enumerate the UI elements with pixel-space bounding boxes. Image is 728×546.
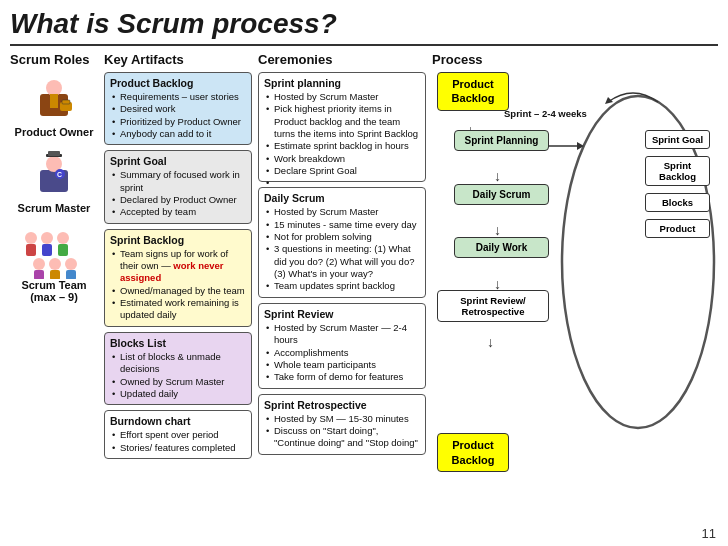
svg-rect-22 bbox=[66, 270, 76, 279]
svg-text:C: C bbox=[57, 171, 62, 178]
sprint-backlog-right: Sprint Backlog bbox=[645, 156, 710, 186]
sprint-planning-box: Sprint Planning bbox=[454, 130, 549, 151]
artifact-sprint-goal-title: Sprint Goal bbox=[110, 155, 246, 167]
ceremony-sprint-retrospective-list: Hosted by SM — 15-30 minutes Discuss on … bbox=[264, 413, 420, 450]
list-item: Prioritized by Product Owner bbox=[112, 116, 246, 128]
list-item: 15 minutes - same time every day bbox=[266, 219, 420, 231]
artifacts-header: Key Artifacts bbox=[104, 52, 252, 67]
ceremony-sprint-review-title: Sprint Review bbox=[264, 308, 420, 320]
page: What is Scrum process? Scrum Roles Prod bbox=[0, 0, 728, 546]
arrow-sr-to-pb: ↓ bbox=[487, 334, 494, 350]
sprint-weeks-label: Sprint – 2-4 weeks bbox=[504, 108, 587, 119]
col-roles: Scrum Roles Product Owner bbox=[10, 52, 98, 313]
svg-rect-20 bbox=[50, 270, 60, 279]
col-process: Process ProductBacklog ↓ Sprint – 2-4 we… bbox=[432, 52, 718, 492]
svg-point-17 bbox=[33, 258, 45, 270]
ceremonies-header: Ceremonies bbox=[258, 52, 426, 67]
list-item: Anybody can add to it bbox=[112, 128, 246, 140]
arrow-ds-to-dw: ↓ bbox=[494, 222, 501, 238]
oval-top-arrow bbox=[603, 82, 663, 107]
artifact-product-backlog-list: Requirements – user stories Desired work… bbox=[110, 91, 246, 140]
svg-rect-4 bbox=[62, 100, 70, 104]
process-header: Process bbox=[432, 52, 718, 67]
list-item: Requirements – user stories bbox=[112, 91, 246, 103]
list-item: Hosted by SM — 15-30 minutes bbox=[266, 413, 420, 425]
list-item: Summary of focused work in sprint bbox=[112, 169, 246, 194]
svg-point-21 bbox=[65, 258, 77, 270]
list-item: List of blocks & unmade decisions bbox=[112, 351, 246, 376]
artifact-burndown-chart-list: Effort spent over period Stories/ featur… bbox=[110, 429, 246, 454]
ceremony-sprint-planning: Sprint planning Hosted by Scrum Master P… bbox=[258, 72, 426, 182]
columns-wrapper: Scrum Roles Product Owner bbox=[10, 52, 718, 492]
sprint-goal-right: Sprint Goal bbox=[645, 130, 710, 149]
scrum-team-icon bbox=[19, 224, 89, 279]
ceremony-daily-scrum: Daily Scrum Hosted by Scrum Master 15 mi… bbox=[258, 187, 426, 297]
ceremony-sprint-review-list: Hosted by Scrum Master — 2-4 hours Accom… bbox=[264, 322, 420, 384]
svg-rect-18 bbox=[34, 270, 44, 279]
list-item: Estimated work remaining is updated dail… bbox=[112, 297, 246, 322]
svg-marker-25 bbox=[577, 142, 584, 150]
blocks-right: Blocks bbox=[645, 193, 710, 212]
list-item: Declare Sprint Goal bbox=[266, 165, 420, 177]
role-scrum-team: Scrum Team(max – 9) bbox=[10, 224, 98, 303]
ceremony-daily-scrum-list: Hosted by Scrum Master 15 minutes - same… bbox=[264, 206, 420, 292]
svg-rect-14 bbox=[42, 244, 52, 256]
ceremony-sprint-planning-title: Sprint planning bbox=[264, 77, 420, 89]
product-owner-label: Product Owner bbox=[15, 126, 94, 138]
arrow-sp-to-sg bbox=[549, 140, 584, 152]
list-item: 3 questions in meeting: (1) What did you… bbox=[266, 243, 420, 280]
svg-point-11 bbox=[25, 232, 37, 244]
artifact-sprint-backlog-title: Sprint Backlog bbox=[110, 234, 246, 246]
artifact-sprint-backlog: Sprint Backlog Team signs up for work of… bbox=[104, 229, 252, 327]
daily-scrum-box: Daily Scrum bbox=[454, 184, 549, 205]
role-scrum-master: C Scrum Master bbox=[10, 148, 98, 214]
product-owner-icon bbox=[28, 72, 80, 124]
ceremony-sprint-planning-list: Hosted by Scrum Master Pick highest prio… bbox=[264, 91, 420, 177]
page-title: What is Scrum process? bbox=[10, 8, 718, 46]
artifact-burndown-chart: Burndown chart Effort spent over period … bbox=[104, 410, 252, 459]
list-item: Hosted by Scrum Master bbox=[266, 91, 420, 103]
list-item: Pick highest priority items in Product b… bbox=[266, 103, 420, 140]
list-item: Hosted by Scrum Master bbox=[266, 206, 420, 218]
svg-rect-12 bbox=[26, 244, 36, 256]
col-artifacts: Key Artifacts Product Backlog Requiremen… bbox=[104, 52, 252, 464]
svg-marker-26 bbox=[605, 97, 613, 104]
ceremony-daily-scrum-title: Daily Scrum bbox=[264, 192, 420, 204]
daily-work-box: Daily Work bbox=[454, 237, 549, 258]
artifact-blocks-list-list: List of blocks & unmade decisions Owned … bbox=[110, 351, 246, 400]
list-item: Take form of demo for features bbox=[266, 371, 420, 383]
artifact-burndown-chart-title: Burndown chart bbox=[110, 415, 246, 427]
svg-rect-2 bbox=[50, 94, 58, 108]
list-item: Hosted by Scrum Master — 2-4 hours bbox=[266, 322, 420, 347]
scrum-master-label: Scrum Master bbox=[18, 202, 91, 214]
right-process-items: Sprint Goal Sprint Backlog Blocks Produc… bbox=[645, 130, 710, 238]
svg-rect-8 bbox=[48, 151, 60, 156]
list-item: Team updates sprint backlog bbox=[266, 280, 420, 292]
svg-point-15 bbox=[57, 232, 69, 244]
scrum-master-icon: C bbox=[28, 148, 80, 200]
list-item: Stories/ features completed bbox=[112, 442, 246, 454]
artifact-product-backlog: Product Backlog Requirements – user stor… bbox=[104, 72, 252, 145]
list-item: Updated daily bbox=[112, 388, 246, 400]
ceremony-sprint-retrospective: Sprint Retrospective Hosted by SM — 15-3… bbox=[258, 394, 426, 455]
list-item: Effort spent over period bbox=[112, 429, 246, 441]
list-item: Work breakdown bbox=[266, 153, 420, 165]
svg-point-13 bbox=[41, 232, 53, 244]
list-item: Estimate sprint backlog in hours bbox=[266, 140, 420, 152]
scrum-team-label: Scrum Team(max – 9) bbox=[21, 279, 86, 303]
artifact-sprint-goal: Sprint Goal Summary of focused work in s… bbox=[104, 150, 252, 223]
product-backlog-top: ProductBacklog bbox=[437, 72, 509, 111]
product-right: Product bbox=[645, 219, 710, 238]
list-item: Accomplishments bbox=[266, 347, 420, 359]
svg-point-19 bbox=[49, 258, 61, 270]
product-backlog-bottom: ProductBacklog bbox=[437, 433, 509, 472]
page-number: 11 bbox=[702, 526, 716, 541]
list-item: Whole team participants bbox=[266, 359, 420, 371]
roles-header: Scrum Roles bbox=[10, 52, 98, 67]
artifact-sprint-backlog-list: Team signs up for work of their own — wo… bbox=[110, 248, 246, 322]
ceremony-sprint-retrospective-title: Sprint Retrospective bbox=[264, 399, 420, 411]
list-item: Desired work bbox=[112, 103, 246, 115]
never-assigned-text: work never assigned bbox=[120, 260, 224, 283]
list-item: Not for problem solving bbox=[266, 231, 420, 243]
list-item: Accepted by team bbox=[112, 206, 246, 218]
